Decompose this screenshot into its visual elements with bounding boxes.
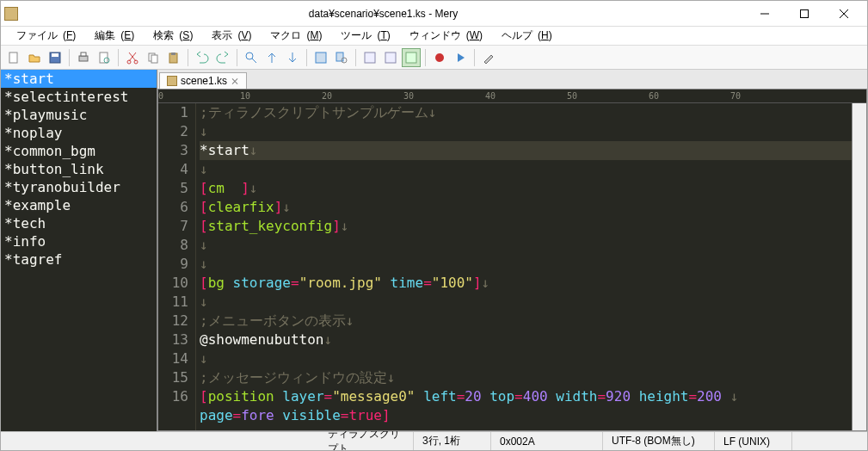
- vertical-scrollbar[interactable]: [852, 103, 866, 430]
- code-line[interactable]: ↓: [200, 349, 852, 368]
- titlebar: data¥scenario¥scene1.ks - Mery: [1, 1, 867, 27]
- outline-sidebar: *start*selectinterest*playmusic*noplay*c…: [1, 70, 157, 431]
- svg-rect-19: [316, 53, 326, 63]
- code-line[interactable]: ;ティラノスクリプトサンプルゲーム↓: [200, 103, 852, 122]
- menu-file[interactable]: ファイル(F): [6, 27, 81, 45]
- code-line[interactable]: [start_keyconfig]↓: [200, 217, 852, 236]
- svg-rect-24: [406, 53, 416, 63]
- status-position: 3行, 1桁: [414, 432, 491, 450]
- settings-icon[interactable]: [479, 48, 498, 67]
- status-charcode: 0x002A: [491, 432, 603, 450]
- svg-rect-14: [151, 55, 157, 63]
- file-icon: [167, 76, 177, 86]
- code-line[interactable]: [bg storage="room.jpg" time="100"]↓: [200, 274, 852, 293]
- wrap3-icon[interactable]: [402, 48, 421, 67]
- code-line[interactable]: [position layer="message0" left=20 top=4…: [200, 387, 852, 406]
- outline-item[interactable]: *playmusic: [1, 106, 157, 124]
- svg-rect-8: [81, 53, 86, 56]
- minimize-button[interactable]: [745, 1, 785, 27]
- outline-item[interactable]: *example: [1, 196, 157, 214]
- code-line[interactable]: ;メニューボタンの表示↓: [200, 312, 852, 331]
- menu-macro[interactable]: マクロ(M): [260, 27, 327, 45]
- menu-search[interactable]: 検索(S): [143, 27, 198, 45]
- code-area[interactable]: ;ティラノスクリプトサンプルゲーム↓↓*start↓↓[cm ]↓[clearf…: [196, 103, 852, 430]
- arrow-up-icon[interactable]: [262, 48, 281, 67]
- outline-item[interactable]: *start: [1, 70, 157, 88]
- svg-line-18: [252, 59, 256, 63]
- bookmark-find-icon[interactable]: [332, 48, 351, 67]
- main: *start*selectinterest*playmusic*noplay*c…: [1, 70, 867, 431]
- svg-point-25: [435, 53, 444, 62]
- save-icon[interactable]: [46, 48, 65, 67]
- menu-view[interactable]: 表示(V): [201, 27, 256, 45]
- cut-icon[interactable]: [123, 48, 142, 67]
- line-gutter: 12345678910111213141516: [158, 103, 196, 430]
- svg-rect-7: [79, 56, 88, 61]
- code-line[interactable]: ;メッセージウィンドウの設定↓: [200, 368, 852, 387]
- menu-edit[interactable]: 編集(E): [84, 27, 139, 45]
- code-line[interactable]: ↓: [200, 122, 852, 141]
- tab-label: scene1.ks: [181, 75, 227, 87]
- outline-item[interactable]: *tech: [1, 214, 157, 232]
- toolbar: [1, 46, 867, 70]
- new-file-icon[interactable]: [4, 48, 23, 67]
- menu-help[interactable]: ヘルプ(H): [491, 27, 557, 45]
- find-icon[interactable]: [242, 48, 261, 67]
- svg-rect-23: [385, 53, 396, 63]
- status-eol: LF (UNIX): [715, 432, 792, 450]
- print-preview-icon[interactable]: [95, 48, 114, 67]
- menu-tool[interactable]: ツール(T): [330, 27, 395, 45]
- statusbar: ティラノスクリプト 3行, 1桁 0x002A UTF-8 (BOM無し) LF…: [1, 431, 867, 450]
- wrap-icon[interactable]: [360, 48, 379, 67]
- code-line[interactable]: ↓: [200, 255, 852, 274]
- svg-rect-6: [52, 53, 58, 57]
- arrow-down-icon[interactable]: [283, 48, 302, 67]
- copy-icon[interactable]: [144, 48, 163, 67]
- code-line[interactable]: ↓: [200, 293, 852, 312]
- code-line[interactable]: @showmenubutton↓: [200, 331, 852, 349]
- print-icon[interactable]: [74, 48, 93, 67]
- menu-window[interactable]: ウィンドウ(W): [399, 27, 488, 45]
- outline-item[interactable]: *selectinterest: [1, 88, 157, 106]
- close-button[interactable]: [824, 1, 864, 27]
- ruler: 010203040506070: [158, 90, 866, 103]
- outline-item[interactable]: *common_bgm: [1, 142, 157, 160]
- status-lang: ティラノスクリプト: [319, 432, 414, 450]
- menubar: ファイル(F) 編集(E) 検索(S) 表示(V) マクロ(M) ツール(T) …: [1, 27, 867, 46]
- status-encoding: UTF-8 (BOM無し): [603, 432, 715, 450]
- svg-rect-20: [336, 53, 343, 61]
- code-line[interactable]: ↓: [200, 160, 852, 179]
- file-tab[interactable]: scene1.ks ⨯: [159, 72, 247, 89]
- wrap2-icon[interactable]: [381, 48, 400, 67]
- outline-item[interactable]: *info: [1, 232, 157, 250]
- tab-bar: scene1.ks ⨯: [157, 70, 867, 89]
- code-line[interactable]: ↓: [200, 236, 852, 255]
- editor: 010203040506070 12345678910111213141516 …: [157, 89, 867, 431]
- record-macro-icon[interactable]: [430, 48, 449, 67]
- code-line[interactable]: [clearfix]↓: [200, 198, 852, 217]
- outline-item[interactable]: *button_link: [1, 160, 157, 178]
- maximize-button[interactable]: [785, 1, 824, 27]
- svg-rect-1: [801, 9, 809, 17]
- svg-rect-22: [365, 53, 375, 63]
- svg-point-17: [246, 53, 253, 59]
- tab-close-icon[interactable]: ⨯: [231, 75, 239, 87]
- play-macro-icon[interactable]: [451, 48, 470, 67]
- svg-rect-4: [9, 53, 17, 63]
- outline-item[interactable]: *tyranobuilder: [1, 178, 157, 196]
- app-icon: [4, 7, 18, 21]
- undo-icon[interactable]: [193, 48, 212, 67]
- bookmark-icon[interactable]: [311, 48, 330, 67]
- svg-rect-16: [171, 53, 175, 55]
- code-line[interactable]: *start↓: [200, 141, 852, 160]
- code-line[interactable]: [cm ]↓: [200, 179, 852, 198]
- paste-icon[interactable]: [164, 48, 183, 67]
- outline-item[interactable]: *tagref: [1, 250, 157, 269]
- redo-icon[interactable]: [213, 48, 232, 67]
- editor-area: scene1.ks ⨯ 010203040506070 123456789101…: [157, 70, 867, 431]
- open-file-icon[interactable]: [25, 48, 44, 67]
- outline-item[interactable]: *noplay: [1, 124, 157, 142]
- code-line[interactable]: page=fore visible=true]: [200, 406, 852, 425]
- window-title: data¥scenario¥scene1.ks - Mery: [22, 8, 745, 20]
